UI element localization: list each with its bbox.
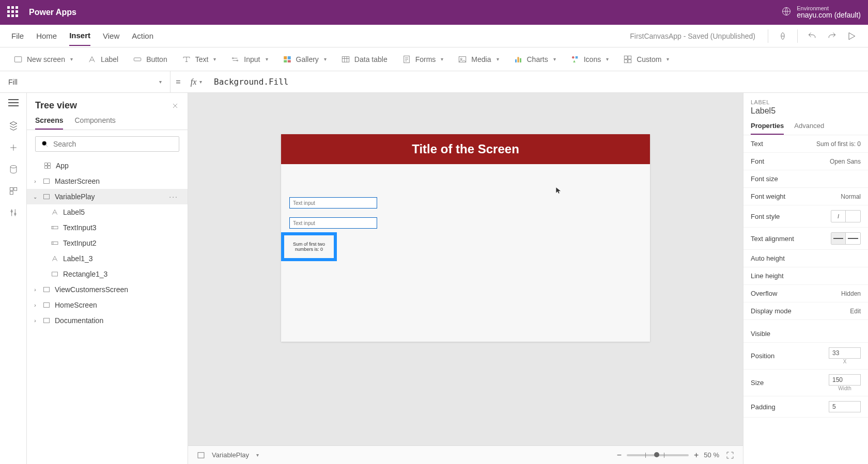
close-icon[interactable]: [171, 102, 179, 110]
tree-app[interactable]: App: [27, 158, 188, 173]
svg-point-28: [42, 141, 47, 146]
tree-label: HomeScreen: [55, 301, 97, 309]
tree-label: VariablePlay: [55, 193, 95, 201]
text-button[interactable]: Text▾: [182, 55, 216, 64]
menu-home[interactable]: Home: [36, 26, 57, 45]
prop-position[interactable]: Position 33X: [743, 343, 868, 370]
tree-item-label5[interactable]: Label5: [27, 204, 188, 220]
play-preview-icon[interactable]: [846, 31, 857, 41]
tree-item-rectangle1-3[interactable]: Rectangle1_3: [27, 266, 188, 282]
tree-item-viewcustomers[interactable]: › ViewCustomersScreen: [27, 282, 188, 297]
label-button[interactable]: Label: [87, 55, 118, 64]
prop-line-height[interactable]: Line height: [743, 267, 868, 285]
search-input[interactable]: [53, 140, 174, 148]
prop-font-style[interactable]: Font style I: [743, 205, 868, 228]
svg-rect-25: [10, 191, 13, 195]
design-canvas[interactable]: Title of the Screen Sum of first two num…: [281, 134, 650, 342]
prop-font-size[interactable]: Font size: [743, 170, 868, 188]
svg-rect-13: [515, 59, 517, 62]
app-launcher-icon[interactable]: [7, 6, 20, 19]
add-icon[interactable]: [8, 142, 19, 153]
screen-title-banner[interactable]: Title of the Screen: [281, 134, 650, 164]
footer-screen-name[interactable]: VariablePlay: [212, 451, 249, 459]
hamburger-icon[interactable]: [8, 99, 19, 109]
data-icon[interactable]: [8, 164, 19, 174]
new-screen-button[interactable]: New screen▾: [13, 55, 73, 64]
fit-screen-icon[interactable]: [725, 451, 735, 460]
forms-button[interactable]: Forms▾: [402, 55, 444, 64]
align-center-icon[interactable]: [846, 233, 860, 244]
menu-insert[interactable]: Insert: [69, 26, 90, 46]
media-button[interactable]: Media▾: [458, 55, 499, 64]
size-width-input[interactable]: 150: [829, 374, 861, 386]
tree-item-masterscreen[interactable]: › MasterScreen: [27, 173, 188, 189]
app-label: App: [56, 162, 69, 170]
formula-input[interactable]: [207, 77, 868, 87]
prop-auto-height[interactable]: Auto height: [743, 250, 868, 267]
zoom-out-button[interactable]: −: [617, 451, 622, 460]
svg-rect-17: [575, 56, 578, 59]
tree-item-textinput3[interactable]: TextInput3: [27, 220, 188, 235]
prop-overflow[interactable]: OverflowHidden: [743, 285, 868, 302]
app-icon: [43, 162, 52, 170]
tree-item-textinput2[interactable]: TextInput2: [27, 235, 188, 251]
undo-icon[interactable]: [807, 31, 817, 41]
tree-item-variableplay[interactable]: ⌄ VariablePlay ···: [27, 189, 188, 204]
prop-display-mode[interactable]: Display modeEdit: [743, 302, 868, 320]
tree-label: ViewCustomersScreen: [55, 285, 128, 294]
padding-input[interactable]: 5: [829, 401, 861, 412]
chevron-down-icon[interactable]: ▾: [256, 452, 259, 458]
app-checker-icon[interactable]: [778, 31, 788, 41]
menu-file[interactable]: File: [11, 26, 24, 45]
tree-label: Label1_3: [63, 254, 93, 263]
tab-screens[interactable]: Screens: [35, 116, 63, 130]
gallery-button[interactable]: Gallery▾: [283, 55, 327, 64]
separator: [797, 29, 798, 43]
button-button[interactable]: Button: [133, 55, 167, 64]
canvas-sum-label[interactable]: Sum of first two numbers is: 0: [281, 232, 337, 261]
prop-font[interactable]: FontOpen Sans: [743, 153, 868, 170]
zoom-in-button[interactable]: +: [694, 451, 699, 460]
menu-view[interactable]: View: [103, 26, 119, 45]
tree-item-label1-3[interactable]: Label1_3: [27, 251, 188, 266]
align-left-icon[interactable]: [831, 233, 846, 244]
screen-icon: [42, 193, 51, 201]
svg-rect-30: [48, 163, 51, 166]
custom-button[interactable]: Custom▾: [623, 55, 669, 64]
menu-action[interactable]: Action: [132, 26, 153, 45]
media-panel-icon[interactable]: [8, 186, 19, 196]
datatable-button[interactable]: Data table: [341, 55, 388, 64]
position-x-input[interactable]: 33: [829, 347, 861, 359]
input-button[interactable]: Input▾: [230, 55, 268, 64]
property-selector[interactable]: Fill ▾: [0, 71, 171, 92]
font-style-toggle[interactable]: I: [831, 210, 861, 222]
button-txt: Button: [146, 55, 167, 63]
environment-block[interactable]: Environment enayu.com (default): [781, 5, 861, 19]
prop-text-align[interactable]: Text alignment: [743, 228, 868, 250]
tab-properties[interactable]: Properties: [751, 122, 784, 135]
tree-item-homescreen[interactable]: › HomeScreen: [27, 297, 188, 313]
tree-view-icon[interactable]: [8, 121, 19, 131]
prop-visible[interactable]: Visible: [743, 325, 868, 343]
canvas-textinput-1[interactable]: [289, 197, 377, 209]
prop-padding[interactable]: Padding 5: [743, 396, 868, 418]
text-align-toggle[interactable]: [831, 232, 861, 245]
advanced-tools-icon[interactable]: [8, 207, 19, 218]
tab-advanced[interactable]: Advanced: [794, 122, 824, 135]
tree-item-documentation[interactable]: › Documentation: [27, 313, 188, 328]
prop-text[interactable]: TextSum of first is: 0: [743, 135, 868, 153]
prop-font-weight[interactable]: Font weightNormal: [743, 188, 868, 205]
textinput-icon: [51, 223, 59, 232]
redo-icon[interactable]: [827, 31, 837, 41]
fx-button[interactable]: fx▾: [186, 77, 207, 87]
svg-rect-15: [520, 58, 521, 62]
charts-button[interactable]: Charts▾: [514, 55, 556, 64]
more-icon[interactable]: ···: [169, 193, 182, 201]
prop-size[interactable]: Size 150Width: [743, 370, 868, 396]
icons-button[interactable]: Icons▾: [570, 55, 609, 64]
tree-search[interactable]: [35, 136, 179, 152]
zoom-slider[interactable]: [627, 454, 689, 456]
svg-rect-23: [10, 187, 13, 190]
canvas-textinput-2[interactable]: [289, 217, 377, 229]
tab-components[interactable]: Components: [74, 116, 115, 130]
